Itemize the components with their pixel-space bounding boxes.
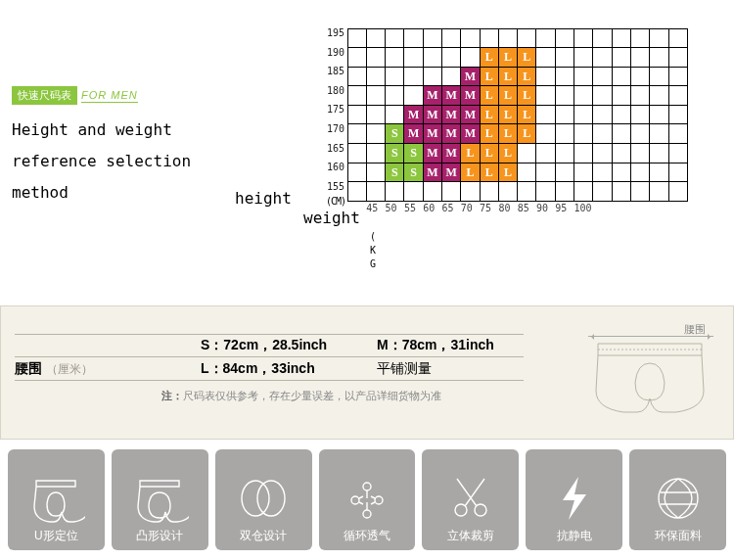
- x-tick: 50: [386, 203, 404, 213]
- feature-3d-cut: 立体裁剪: [422, 449, 519, 550]
- grid-cell: [612, 163, 631, 183]
- grid-cell: [385, 181, 404, 202]
- features-row: U形定位凸形设计双仓设计循环透气立体裁剪抗静电环保面料: [0, 449, 734, 550]
- grid-cell: [649, 105, 668, 125]
- top-section: 快速尺码表 FOR MEN Height and weight referenc…: [0, 0, 734, 294]
- grid-cell: M: [441, 163, 461, 183]
- grid-cell: S: [403, 163, 423, 183]
- grid-cell: [385, 85, 404, 106]
- grid-cell: [649, 47, 668, 68]
- grid-cell: M: [403, 123, 423, 144]
- grid-cell: [630, 163, 650, 183]
- grid-cell: L: [480, 143, 499, 163]
- grid-cell: [385, 47, 404, 68]
- grid-cell: [535, 105, 555, 125]
- grid-cell: [592, 143, 612, 163]
- grid-cell: [573, 143, 593, 163]
- grid-cell: [555, 181, 574, 202]
- svg-point-1: [242, 481, 269, 516]
- grid-cell: [366, 181, 386, 202]
- x-axis-ticks: 4550556065707580859095100: [347, 203, 687, 213]
- grid-cell: S: [385, 143, 404, 163]
- y-tick: 165: [325, 144, 344, 163]
- grid-cell: [460, 181, 480, 202]
- svg-point-3: [363, 483, 371, 490]
- grid-cell: [535, 28, 555, 49]
- grid-cell: [347, 181, 367, 202]
- grid-cell: [668, 67, 688, 87]
- grid-cell: [555, 28, 574, 49]
- grid-cell: [612, 105, 631, 125]
- x-tick: 80: [498, 203, 517, 213]
- svg-point-4: [351, 496, 359, 504]
- grid-cell: [649, 85, 668, 106]
- grid-cell: [668, 47, 688, 68]
- grid-cell: M: [441, 105, 461, 125]
- grid-cell: [347, 123, 367, 144]
- feature-label: 凸形设计: [136, 528, 183, 544]
- grid-cell: [517, 143, 536, 163]
- x-tick: 55: [404, 203, 423, 213]
- grid-cell: [555, 105, 574, 125]
- grid-cell: [480, 28, 499, 49]
- grid-cell: [460, 47, 480, 68]
- waist-section: S：72cm，28.5inch M：78cm，31inch 腰围（厘米） L：8…: [0, 305, 734, 440]
- grid-cell: [347, 143, 367, 163]
- grid-cell: M: [460, 105, 480, 125]
- grid-cell: [630, 123, 650, 144]
- grid-cell: L: [480, 105, 499, 125]
- grid-cell: [555, 143, 574, 163]
- desc-line-3: method: [12, 177, 237, 209]
- x-tick: 95: [555, 203, 573, 213]
- waist-label: 腰围（厘米）: [15, 360, 201, 378]
- grid-cell: L: [480, 67, 499, 87]
- grid-cell: [347, 105, 367, 125]
- y-tick: 160: [325, 163, 344, 182]
- size-s-text: S：72cm，28.5inch: [201, 337, 377, 354]
- grid-cell: [347, 47, 367, 68]
- grid-cell: [535, 181, 555, 202]
- grid-cell: [630, 28, 650, 49]
- size-note: 注：尺码表仅供参考，存在少量误差，以产品详细货物为准: [15, 389, 524, 403]
- grid-cell: L: [480, 85, 499, 106]
- grid-cell: [630, 181, 650, 202]
- antistatic-icon: [545, 469, 604, 528]
- grid-cell: M: [423, 123, 442, 144]
- grid-cell: L: [460, 143, 480, 163]
- x-tick: [612, 203, 630, 213]
- grid-cell: [441, 47, 461, 68]
- grid-cell: L: [480, 163, 499, 183]
- x-tick: 100: [574, 203, 593, 213]
- grid-cell: [668, 123, 688, 144]
- grid-cell: [535, 163, 555, 183]
- grid-cell: [366, 47, 386, 68]
- grid-cell: [592, 67, 612, 87]
- grid-cell: L: [498, 85, 518, 106]
- grid-cell: [403, 67, 423, 87]
- grid-cell: [592, 85, 612, 106]
- height-axis-label: height: [235, 189, 292, 208]
- grid-cell: L: [517, 123, 536, 144]
- grid-cell: [347, 163, 367, 183]
- grid-cell: [385, 28, 404, 49]
- grid-cell: [535, 143, 555, 163]
- grid-cell: [668, 143, 688, 163]
- grid-cell: [630, 105, 650, 125]
- flat-measure-text: 平铺测量: [377, 360, 504, 378]
- grid-cell: L: [480, 47, 499, 68]
- grid-cell: [555, 67, 574, 87]
- grid-cell: [573, 67, 593, 87]
- grid-cell: [573, 123, 593, 144]
- grid-cell: L: [480, 123, 499, 144]
- u-shape-icon: [26, 469, 85, 528]
- feature-u-shape: U形定位: [8, 449, 105, 550]
- grid-cell: M: [441, 85, 461, 106]
- grid-cell: M: [423, 163, 442, 183]
- feature-breathable: 循环透气: [319, 449, 416, 550]
- desc-line-2: reference selection: [12, 146, 237, 177]
- grid-cell: [423, 47, 442, 68]
- svg-point-5: [375, 496, 383, 504]
- grid-cell: [573, 105, 593, 125]
- grid-cell: L: [517, 67, 536, 87]
- grid-cell: [649, 163, 668, 183]
